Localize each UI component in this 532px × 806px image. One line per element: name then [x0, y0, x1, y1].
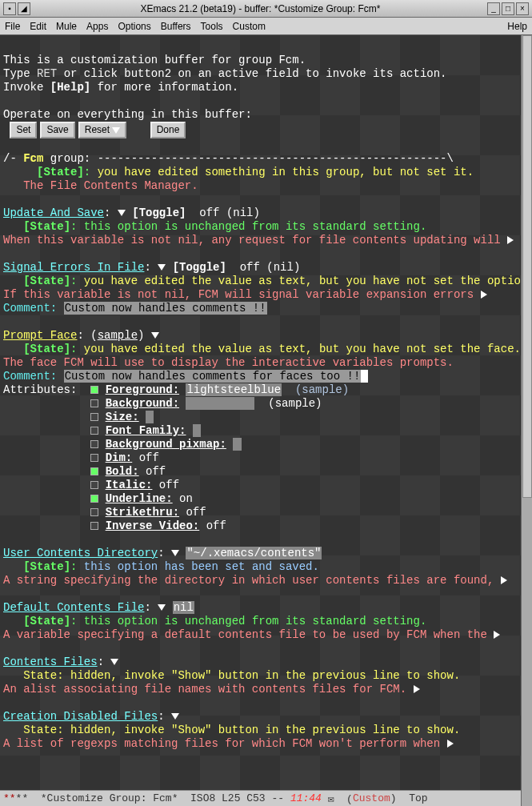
window-close-icon[interactable]: ×	[516, 2, 529, 15]
state-text: State: hidden, invoke "Show" button in t…	[3, 724, 460, 736]
menu-custom[interactable]: Custom	[233, 21, 266, 32]
window-pin-icon[interactable]: ◢	[18, 2, 30, 15]
attr-bold-value: off	[146, 465, 166, 478]
checkbox[interactable]	[90, 522, 98, 530]
option-creation-disabled[interactable]: Creation Disabled Files	[3, 710, 158, 723]
mode-line[interactable]: **** *Customize Group: Fcm* ISO8 L25 C53…	[0, 790, 521, 806]
intro-l2c: or click button2 on an active field to i…	[57, 67, 446, 80]
state-label[interactable]: [State]	[23, 615, 70, 628]
option-default-contents-file[interactable]: Default Contents File	[3, 601, 144, 614]
more-icon[interactable]	[447, 740, 454, 748]
window-menu-icon[interactable]: ▪	[3, 2, 16, 15]
scrollbar-thumb[interactable]	[522, 35, 532, 498]
checkbox[interactable]	[90, 508, 98, 516]
checkbox[interactable]	[90, 386, 98, 394]
menu-file[interactable]: File	[5, 21, 20, 32]
menu-apps[interactable]: Apps	[86, 21, 108, 32]
group-state-label[interactable]: [State]	[37, 166, 84, 178]
help-button[interactable]: [Help]	[50, 81, 90, 94]
attr-ff-value[interactable]	[193, 424, 201, 437]
chevron-down-icon[interactable]	[118, 210, 126, 216]
window-maximize-icon[interactable]: □	[502, 2, 514, 15]
attr-fg-value[interactable]: lightsteelblue	[186, 383, 282, 396]
more-icon[interactable]	[501, 576, 507, 584]
state-label[interactable]: [State]	[23, 560, 70, 573]
attr-iv-label[interactable]: Inverse Video:	[106, 519, 200, 532]
option-contents-files[interactable]: Contents Files	[3, 656, 98, 668]
toggle-val: off (nil)	[240, 261, 301, 274]
state-text: this option is unchanged from its standa…	[84, 220, 426, 233]
state-text: you have edited the value as text, but y…	[84, 275, 521, 287]
chevron-down-icon[interactable]	[110, 659, 118, 665]
set-button[interactable]: Set	[10, 122, 37, 138]
checkbox[interactable]	[90, 467, 98, 475]
more-icon[interactable]	[494, 631, 500, 639]
checkbox[interactable]	[90, 440, 98, 448]
attr-italic-label[interactable]: Italic:	[106, 479, 153, 491]
chevron-down-icon[interactable]	[171, 550, 179, 556]
intro-l3a: Invoke	[3, 81, 50, 94]
done-button[interactable]: Done	[150, 122, 186, 138]
buffer-content[interactable]: This is a customization buffer for group…	[0, 35, 521, 806]
more-icon[interactable]	[481, 291, 487, 299]
attr-bg-value[interactable]	[186, 397, 254, 410]
state-label[interactable]: [State]	[23, 220, 70, 233]
dcf-value[interactable]: nil	[173, 601, 194, 614]
chevron-down-icon[interactable]	[158, 604, 166, 611]
modeline-left: ** *Customize Group: Fcm* ISO8 L25 C53 -…	[16, 792, 290, 804]
attr-fg-label[interactable]: Foreground:	[106, 383, 179, 396]
save-button[interactable]: Save	[40, 122, 74, 138]
menu-options[interactable]: Options	[118, 21, 150, 32]
menu-help[interactable]: Help	[507, 21, 527, 32]
comment-label: Comment:	[3, 370, 57, 383]
option-user-contents-dir[interactable]: User Contents Directory	[3, 547, 158, 559]
checkbox[interactable]	[90, 495, 98, 503]
window-titlebar: ▪ ◢ XEmacs 21.2 (beta19) - buffer: *Cust…	[0, 0, 532, 18]
group-name[interactable]: Fcm	[23, 152, 43, 165]
comment-field[interactable]: Custom now handles comments for faces to…	[64, 370, 362, 383]
attr-under-label[interactable]: Underline:	[106, 492, 173, 505]
more-icon[interactable]	[414, 685, 420, 693]
state-label[interactable]: [State]	[23, 275, 70, 287]
window-minimize-icon[interactable]: _	[487, 2, 500, 15]
option-signal-errors[interactable]: Signal Errors In File	[3, 261, 144, 274]
text-cursor	[361, 370, 367, 383]
attr-size-value[interactable]	[146, 411, 154, 423]
chevron-down-icon[interactable]	[158, 264, 166, 271]
comment-label: Comment:	[3, 302, 57, 315]
toggle-button[interactable]: [Toggle]	[173, 261, 226, 274]
state-label[interactable]: [State]	[23, 343, 70, 355]
more-icon[interactable]	[507, 236, 514, 244]
menu-mule[interactable]: Mule	[56, 21, 77, 32]
reset-button[interactable]: Reset	[78, 122, 127, 138]
attr-bp-value[interactable]	[233, 438, 241, 451]
attributes-label: Attributes:	[3, 383, 77, 396]
comment-field[interactable]: Custom now handles comments !!	[64, 302, 267, 315]
checkbox[interactable]	[90, 454, 98, 462]
chevron-down-icon[interactable]	[151, 332, 159, 339]
attr-fg-sample: (sample)	[295, 383, 349, 396]
group-state-text: you have edited something in this group,…	[98, 166, 474, 178]
attr-ff-label[interactable]: Font Family:	[106, 424, 186, 437]
checkbox[interactable]	[90, 481, 98, 489]
option-update-and-save[interactable]: Update And Save	[3, 207, 104, 219]
attr-bold-label[interactable]: Bold:	[106, 465, 139, 478]
checkbox[interactable]	[90, 427, 98, 435]
checkbox[interactable]	[90, 413, 98, 421]
menu-tools[interactable]: Tools	[201, 21, 223, 32]
vertical-scrollbar[interactable]	[521, 35, 532, 806]
toggle-button[interactable]: [Toggle]	[132, 207, 186, 219]
chevron-down-icon[interactable]	[171, 713, 179, 720]
attr-strike-label[interactable]: Strikethru:	[106, 506, 179, 519]
checkbox[interactable]	[90, 399, 98, 407]
menu-buffers[interactable]: Buffers	[161, 21, 191, 32]
option-prompt-face[interactable]: Prompt Face	[3, 329, 77, 342]
attr-dim-label[interactable]: Dim:	[106, 451, 133, 464]
attr-size-label[interactable]: Size:	[106, 411, 139, 423]
operate-label: Operate on everything in this buffer:	[3, 108, 252, 121]
attr-bg-label[interactable]: Background:	[106, 397, 179, 410]
menu-edit[interactable]: Edit	[30, 21, 46, 32]
state-text: this option is unchanged from its standa…	[84, 615, 426, 628]
attr-bp-label[interactable]: Background pixmap:	[106, 438, 226, 451]
ucd-value[interactable]: "~/.xemacs/contents"	[186, 547, 322, 559]
